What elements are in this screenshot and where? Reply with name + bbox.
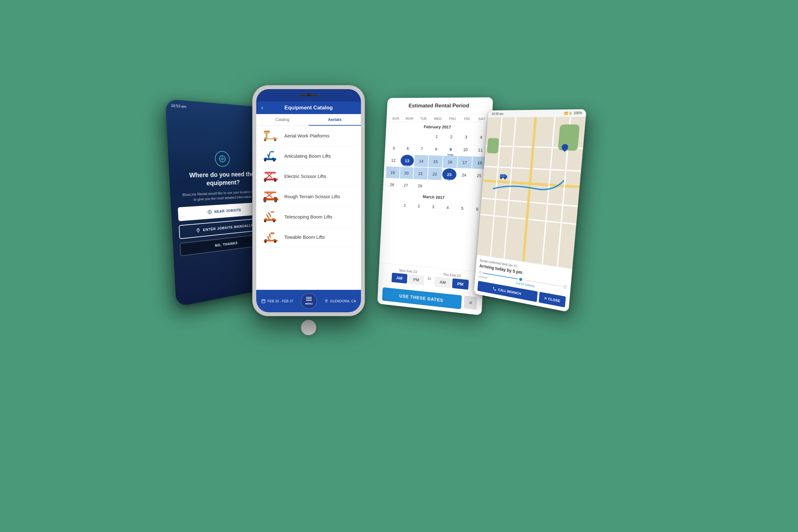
start-pm-button[interactable]: PM	[408, 274, 424, 285]
location-target-icon	[214, 151, 230, 167]
close-x-icon: ✕	[544, 296, 547, 301]
cal-cell[interactable]: 1	[430, 130, 444, 142]
cal-cell[interactable]: 3	[458, 131, 474, 143]
svg-point-29	[264, 159, 266, 162]
cal-cell[interactable]	[416, 130, 430, 142]
cal-cell[interactable]: 17	[457, 156, 472, 168]
start-am-button[interactable]: AM	[392, 272, 407, 283]
map-close-button[interactable]: ✕ CLOSE	[539, 292, 566, 307]
svg-point-56	[273, 220, 275, 222]
cal-cell[interactable]: 28	[413, 179, 427, 192]
tab-aerials[interactable]: Aerials	[309, 114, 361, 126]
use-dates-button[interactable]: USE THESE DATES	[382, 287, 462, 309]
cal-cell[interactable]	[384, 198, 398, 210]
svg-rect-58	[264, 239, 267, 240]
cal-cell[interactable]: 24	[457, 169, 472, 181]
map-area	[477, 117, 586, 269]
cal-cell[interactable]: 23	[442, 168, 457, 180]
date-separator: to	[428, 276, 431, 281]
cal-cell[interactable]: 22	[428, 168, 442, 180]
cal-cell[interactable]: 2	[412, 200, 426, 212]
tab-catalog[interactable]: Catalog	[256, 114, 309, 126]
footer-menu-button[interactable]: MENU	[301, 293, 317, 309]
day-fri: FRI	[459, 117, 474, 120]
cal-cell[interactable]: 14	[414, 155, 428, 167]
cal-cell[interactable]: 7	[415, 142, 429, 155]
cal-cell[interactable]: 15	[428, 155, 443, 167]
menu-label: MENU	[305, 302, 313, 305]
scene: 10:53 am FEMA Where do you need the equi…	[181, 79, 617, 453]
svg-point-69	[326, 300, 327, 301]
close-label: CLOSE	[548, 297, 560, 303]
location-title: Where do you need the equipment?	[176, 170, 265, 188]
svg-rect-32	[264, 178, 267, 179]
cal-cell[interactable]: 5	[387, 142, 401, 154]
svg-rect-41	[274, 197, 277, 199]
cal-cell[interactable]: 26	[385, 178, 399, 190]
delivered-dot	[563, 285, 567, 289]
list-item[interactable]: Electric Scissor Lifts	[256, 167, 361, 187]
day-sun: SUN	[389, 117, 402, 120]
articulating-boom-label: Articulating Boom Lifts	[284, 153, 331, 159]
cal-cell[interactable]: 12	[386, 154, 400, 166]
svg-rect-72	[500, 174, 505, 177]
list-item[interactable]: Telescoping Boom Lifts	[256, 207, 361, 227]
february-grid: 1234567891011121314151617181920212223242…	[383, 130, 492, 194]
map-screen: 10:58 am 📶 🔋 100%	[474, 109, 586, 312]
list-item[interactable]: Articulating Boom Lifts	[256, 146, 361, 167]
svg-point-46	[264, 200, 266, 202]
list-item[interactable]: Aerial Work Platforms	[256, 126, 361, 146]
cal-cell[interactable]: 21	[414, 167, 428, 179]
cal-cell[interactable]: 2	[444, 131, 458, 143]
cal-cell[interactable]	[388, 130, 401, 142]
end-date-box: Thu Feb 23 AM PM	[435, 271, 469, 289]
svg-rect-53	[268, 212, 271, 217]
cal-cell[interactable]: 1	[398, 199, 412, 211]
day-sat: SAT	[474, 117, 489, 121]
svg-point-55	[264, 220, 266, 222]
truck-icon	[499, 173, 508, 180]
cal-cell[interactable]: 13	[400, 155, 414, 167]
end-am-button[interactable]: AM	[435, 277, 451, 288]
svg-point-30	[273, 159, 275, 162]
phone-notch	[256, 89, 361, 101]
cal-cell[interactable]: 10	[458, 144, 473, 156]
end-pm-button[interactable]: PM	[452, 278, 469, 289]
cal-cell[interactable]: 8	[429, 143, 443, 155]
list-item[interactable]: Towable Boom Lifts	[256, 227, 361, 247]
svg-point-64	[274, 241, 276, 243]
svg-rect-61	[269, 233, 271, 238]
articulating-boom-img	[261, 149, 280, 163]
close-calendar-button[interactable]: ✕	[464, 296, 477, 309]
call-branch-label: CALL BRANCH	[498, 288, 521, 296]
cal-cell[interactable]: 3	[426, 200, 440, 212]
near-jobsite-label: NEAR JOBSITE	[214, 208, 241, 213]
back-button[interactable]: ‹	[261, 104, 263, 111]
start-ampm: AM PM	[392, 272, 424, 285]
catalog-list: Aerial Work Platforms	[256, 126, 361, 290]
towable-boom-label: Towable Boom Lifts	[284, 234, 325, 240]
cal-cell[interactable]: 4	[440, 201, 455, 214]
rough-terrain-label: Rough Terrain Scissor Lifts	[284, 194, 340, 199]
cal-cell[interactable]: 9	[443, 143, 458, 155]
list-item[interactable]: Rough Terrain Scissor Lifts	[256, 187, 361, 207]
cal-cell[interactable]: 6	[401, 142, 415, 154]
no-thanks-label: NO, THANKS	[215, 241, 238, 247]
day-thu: THU	[445, 117, 459, 120]
home-button[interactable]	[301, 320, 317, 335]
cal-cell[interactable]: 19	[386, 166, 400, 178]
svg-rect-44	[264, 191, 276, 193]
svg-point-20	[264, 140, 266, 141]
cal-cell[interactable]: 5	[455, 202, 470, 214]
catalog-header: ‹ Equipment Catalog	[256, 101, 361, 114]
calendar-footer: Mon Feb 13 AM PM to Thu Feb 23 AM PM	[377, 262, 484, 315]
delivered-label	[566, 290, 566, 293]
day-tue: TUE	[416, 117, 431, 120]
cal-cell[interactable]: 27	[399, 179, 413, 191]
cal-cell[interactable]	[401, 130, 416, 142]
svg-point-7	[209, 211, 210, 212]
cal-cell[interactable]: 16	[443, 155, 457, 168]
svg-rect-28	[270, 151, 274, 152]
cal-cell[interactable]: 20	[400, 167, 414, 179]
telescoping-boom-img	[261, 210, 280, 224]
